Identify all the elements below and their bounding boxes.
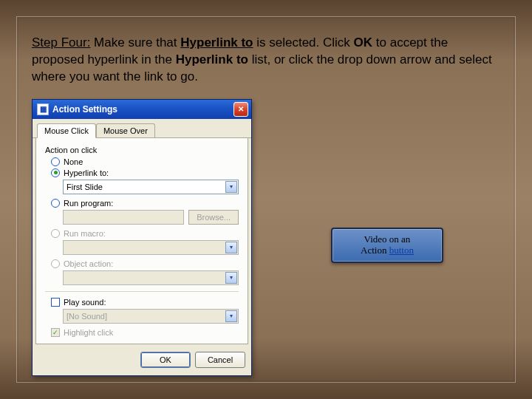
highlight-click-label: Highlight click [64, 328, 113, 337]
dialog-title: Action Settings [52, 104, 233, 115]
chevron-down-icon: ▾ [225, 242, 237, 253]
tab-mouse-click[interactable]: Mouse Click [37, 123, 96, 138]
video-action-button[interactable]: Video on an Action button [331, 228, 443, 263]
video-button-line2-prefix: Action [361, 245, 389, 256]
radio-run-macro [51, 229, 60, 238]
action-on-click-label: Action on click [45, 146, 239, 154]
radio-object-action [51, 259, 60, 268]
browse-button[interactable]: Browse... [188, 210, 239, 225]
video-button-line1: Video on an [364, 233, 411, 245]
highlight-click-row: ✓ Highlight click [51, 328, 239, 337]
close-icon: ✕ [238, 105, 244, 113]
radio-object-action-row: Object action: [51, 259, 239, 268]
chevron-down-icon[interactable]: ▾ [225, 181, 237, 193]
object-action-combo: ▾ [63, 270, 239, 285]
radio-run-program-row[interactable]: Run program: [51, 199, 239, 208]
dialog-button-row: OK Cancel [33, 347, 251, 375]
dialog-titlebar[interactable]: ▦ Action Settings ✕ [33, 100, 251, 119]
run-program-path [63, 210, 184, 225]
hyperlink-to-combo[interactable]: First Slide ▾ [63, 180, 239, 194]
ok-button[interactable]: OK [140, 352, 191, 368]
close-button[interactable]: ✕ [233, 102, 248, 117]
radio-run-macro-label: Run macro: [64, 229, 106, 238]
play-sound-checkbox[interactable] [51, 298, 60, 307]
radio-run-program[interactable] [51, 199, 60, 208]
sound-value: [No Sound] [66, 312, 107, 321]
radio-run-program-label: Run program: [64, 199, 113, 208]
tab-strip: Mouse Click Mouse Over [33, 119, 251, 138]
action-settings-dialog: ▦ Action Settings ✕ Mouse Click Mouse Ov… [32, 99, 252, 376]
radio-hyperlink-row[interactable]: Hyperlink to: [51, 168, 239, 177]
tab-mouse-over[interactable]: Mouse Over [96, 123, 155, 137]
hyperlink-to-list-term: Hyperlink to [176, 52, 248, 66]
radio-none[interactable] [51, 157, 60, 166]
step-instruction: Step Four: Make sure that Hyperlink to i… [32, 35, 500, 86]
play-sound-label: Play sound: [64, 298, 106, 307]
tab-panel-mouse-click: Action on click None Hyperlink to: First… [35, 138, 248, 344]
radio-object-action-label: Object action: [64, 259, 113, 268]
play-sound-row[interactable]: Play sound: [51, 298, 239, 307]
run-macro-combo: ▾ [63, 240, 239, 255]
radio-none-label: None [64, 157, 83, 166]
radio-hyperlink-label: Hyperlink to: [64, 168, 109, 177]
hyperlink-to-value: First Slide [66, 183, 103, 191]
hyperlink-to-term: Hyperlink to [180, 35, 253, 50]
app-icon: ▦ [37, 103, 49, 115]
chevron-down-icon: ▾ [225, 310, 237, 322]
step-label: Step Four: [32, 35, 90, 50]
radio-hyperlink-to[interactable] [51, 168, 60, 177]
chevron-down-icon: ▾ [225, 272, 237, 284]
highlight-click-checkbox: ✓ [51, 328, 60, 337]
video-button-link[interactable]: button [389, 245, 414, 256]
radio-none-row[interactable]: None [51, 157, 239, 166]
ok-term: OK [354, 35, 373, 50]
radio-run-macro-row: Run macro: [51, 229, 239, 238]
divider [45, 291, 239, 292]
sound-combo: [No Sound] ▾ [63, 309, 239, 324]
cancel-button[interactable]: Cancel [195, 352, 245, 368]
